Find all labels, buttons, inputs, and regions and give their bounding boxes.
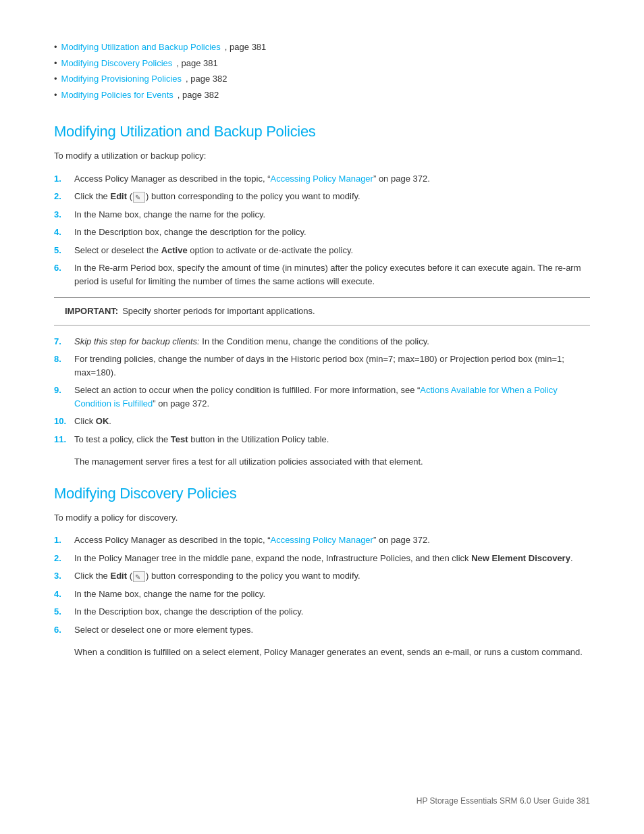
section-utilization-backup: Modifying Utilization and Backup Policie… (54, 120, 590, 469)
edit-icon-1 (133, 192, 145, 203)
step-num-1-6: 6. (54, 261, 69, 275)
link-accessing-policy-manager-1[interactable]: Accessing Policy Manager (270, 174, 373, 184)
step-2-3: 3. Click the Edit () button correspondin… (54, 569, 590, 583)
step-content-2-1: Access Policy Manager as described in th… (74, 533, 590, 547)
step-content-1-4: In the Description box, change the descr… (74, 226, 590, 239)
step-2-4: 4. In the Name box, change the name for … (54, 588, 590, 601)
step-content-1-2: Click the Edit () button corresponding t… (74, 190, 590, 203)
italic-skip: Skip this step for backup clients: (74, 336, 200, 346)
step-content-1-6: In the Re-arm Period box, specify the am… (74, 261, 590, 288)
link-accessing-policy-manager-2[interactable]: Accessing Policy Manager (270, 535, 373, 545)
section2-heading: Modifying Discovery Policies (54, 482, 590, 504)
toc-item-3: Modifying Provisioning Policies, page 38… (54, 72, 590, 86)
step-content-1-3: In the Name box, change the name for the… (74, 208, 590, 221)
section1-heading: Modifying Utilization and Backup Policie… (54, 120, 590, 142)
section1-steps2: 7. Skip this step for backup clients: In… (54, 335, 590, 446)
step-num-1-8: 8. (54, 353, 69, 366)
step-1-8: 8. For trending policies, change the num… (54, 353, 590, 379)
step-1-10: 10. Click OK. (54, 415, 590, 428)
toc-page-2: , page 381 (176, 57, 217, 70)
toc-item-1: Modifying Utilization and Backup Policie… (54, 41, 590, 54)
step-content-1-10: Click OK. (74, 415, 590, 428)
bold-new-element-discovery: New Element Discovery (471, 553, 570, 563)
step-num-2-5: 5. (54, 605, 69, 619)
edit-icon-2 (133, 571, 145, 582)
section2-intro: To modify a policy for discovery. (54, 511, 590, 525)
step-11-subtext: The management server fires a test for a… (74, 455, 590, 469)
step-num-1-7: 7. (54, 335, 69, 348)
step-num-1-1: 1. (54, 172, 69, 186)
step-num-1-3: 3. (54, 208, 69, 221)
important-label: IMPORTANT: (65, 306, 118, 316)
bold-ok: OK (96, 416, 109, 426)
toc-page-3: , page 382 (186, 72, 227, 86)
important-box: IMPORTANT:Specify shorter periods for im… (54, 297, 590, 325)
link-actions-available[interactable]: Actions Available for When a Policy Cond… (74, 385, 558, 409)
step-num-2-2: 2. (54, 552, 69, 565)
section-discovery-policies: Modifying Discovery Policies To modify a… (54, 482, 590, 659)
step-num-1-4: 4. (54, 226, 69, 239)
step-2-1: 1. Access Policy Manager as described in… (54, 533, 590, 547)
step-content-1-11: To test a policy, click the Test button … (74, 433, 590, 446)
toc-link-1[interactable]: Modifying Utilization and Backup Policie… (61, 41, 221, 54)
step-1-6: 6. In the Re-arm Period box, specify the… (54, 261, 590, 288)
toc-item-4: Modifying Policies for Events, page 382 (54, 88, 590, 102)
step-content-2-3: Click the Edit () button corresponding t… (74, 569, 590, 583)
step-content-1-9: Select an action to occur when the polic… (74, 384, 590, 410)
footer: HP Storage Essentials SRM 6.0 User Guide… (417, 795, 590, 807)
toc-link-2[interactable]: Modifying Discovery Policies (61, 57, 173, 70)
section1-intro: To modify a utilization or backup policy… (54, 149, 590, 163)
toc-page-1: , page 381 (225, 41, 266, 54)
step-content-2-6: Select or deselect one or more element t… (74, 623, 590, 637)
step-num-2-1: 1. (54, 533, 69, 547)
step-1-9: 9. Select an action to occur when the po… (54, 384, 590, 410)
step-1-11: 11. To test a policy, click the Test but… (54, 433, 590, 446)
step-content-1-8: For trending policies, change the number… (74, 353, 590, 379)
step-num-1-10: 10. (54, 415, 69, 428)
step-num-1-11: 11. (54, 433, 69, 446)
step-content-1-7: Skip this step for backup clients: In th… (74, 335, 590, 348)
step-num-2-6: 6. (54, 623, 69, 637)
step-num-2-3: 3. (54, 569, 69, 583)
step-num-1-5: 5. (54, 244, 69, 257)
toc-list: Modifying Utilization and Backup Policie… (54, 41, 590, 101)
step-content-2-5: In the Description box, change the descr… (74, 605, 590, 619)
step-content-2-4: In the Name box, change the name for the… (74, 588, 590, 601)
toc-link-3[interactable]: Modifying Provisioning Policies (61, 72, 182, 86)
step-num-2-4: 4. (54, 588, 69, 601)
toc-link-4[interactable]: Modifying Policies for Events (61, 88, 173, 102)
important-text: Specify shorter periods for important ap… (122, 306, 315, 316)
bold-active: Active (161, 245, 188, 255)
step-1-1: 1. Access Policy Manager as described in… (54, 172, 590, 186)
section1-steps: 1. Access Policy Manager as described in… (54, 172, 590, 288)
step-1-4: 4. In the Description box, change the de… (54, 226, 590, 239)
step-2-5: 5. In the Description box, change the de… (54, 605, 590, 619)
step-2-2: 2. In the Policy Manager tree in the mid… (54, 552, 590, 565)
bold-edit-1: Edit (110, 191, 127, 201)
step-num-1-2: 2. (54, 190, 69, 203)
step-6-subtext: When a condition is fulfilled on a selec… (74, 646, 590, 659)
step-content-2-2: In the Policy Manager tree in the middle… (74, 552, 590, 565)
bold-test: Test (171, 434, 188, 444)
section2-steps: 1. Access Policy Manager as described in… (54, 533, 590, 636)
step-1-2: 2. Click the Edit () button correspondin… (54, 190, 590, 203)
step-2-6: 6. Select or deselect one or more elemen… (54, 623, 590, 637)
step-content-1-5: Select or deselect the Active option to … (74, 244, 590, 257)
toc-item-2: Modifying Discovery Policies, page 381 (54, 57, 590, 70)
step-content-1-1: Access Policy Manager as described in th… (74, 172, 590, 186)
step-num-1-9: 9. (54, 384, 69, 397)
step-1-3: 3. In the Name box, change the name for … (54, 208, 590, 221)
step-1-5: 5. Select or deselect the Active option … (54, 244, 590, 257)
toc-page-4: , page 382 (178, 88, 219, 102)
bold-edit-2: Edit (110, 571, 127, 581)
step-1-7: 7. Skip this step for backup clients: In… (54, 335, 590, 348)
